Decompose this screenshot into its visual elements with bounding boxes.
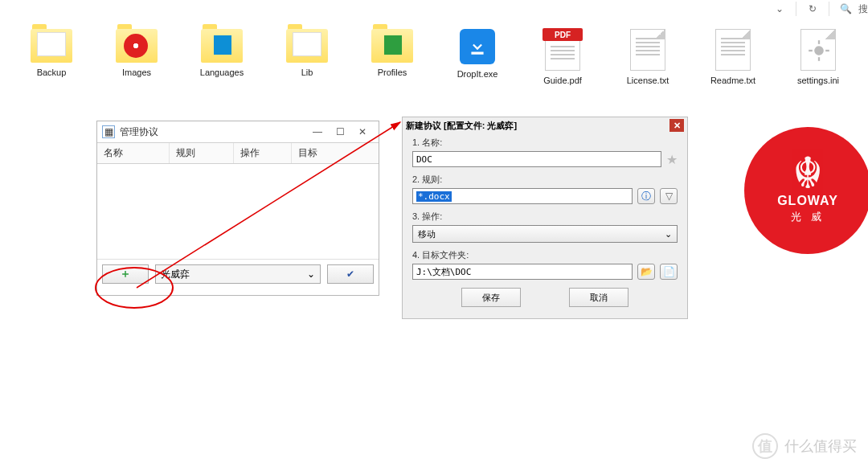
folder-icon bbox=[371, 29, 413, 63]
app-icon: ▦ bbox=[102, 125, 115, 138]
check-icon: ✔ bbox=[346, 268, 354, 280]
chevron-down-icon: ⌄ bbox=[665, 229, 672, 240]
col-rule[interactable]: 规则 bbox=[170, 143, 234, 163]
col-action[interactable]: 操作 bbox=[234, 143, 292, 163]
document-icon: 📄 bbox=[663, 266, 675, 277]
file-readme-txt[interactable]: Readme.txt bbox=[706, 29, 760, 85]
watermark-icon: 值 bbox=[752, 433, 778, 459]
folder-icon bbox=[201, 29, 243, 63]
browse-button[interactable]: 📂 bbox=[637, 264, 655, 280]
recent-button[interactable]: 📄 bbox=[660, 264, 678, 280]
search-label: 搜 bbox=[858, 2, 868, 16]
item-label: Languages bbox=[200, 68, 244, 77]
explorer-top-bar: ⌄ ↻ 🔍 搜 bbox=[770, 0, 868, 18]
chevron-down-icon[interactable]: ⌄ bbox=[770, 1, 789, 17]
pdf-badge: PDF bbox=[542, 28, 583, 41]
target-input[interactable]: J:\文档\DOC bbox=[412, 264, 633, 280]
label-target: 4. 目标文件夹: bbox=[412, 249, 678, 261]
item-label: Profiles bbox=[378, 68, 407, 77]
item-label: Backup bbox=[37, 68, 67, 77]
item-label: Guide.pdf bbox=[543, 76, 582, 85]
titlebar[interactable]: 新建协议 [配置文件: 光威弈] ✕ bbox=[403, 117, 687, 133]
dialog-footer: ＋ 光威弈 ⌄ ✔ bbox=[97, 259, 379, 289]
folder-backup[interactable]: Backup bbox=[24, 29, 79, 85]
label-action: 3. 操作: bbox=[412, 211, 678, 223]
new-rule-dialog: 新建协议 [配置文件: 光威弈] ✕ 1. 名称: DOC ★ 2. 规则: *… bbox=[402, 117, 688, 319]
file-grid: Backup Images Languages Lib Profiles Dro… bbox=[24, 29, 845, 85]
watermark-text: 什么值得买 bbox=[784, 436, 857, 456]
confirm-button[interactable]: ✔ bbox=[327, 264, 374, 284]
chevron-down-icon: ⌄ bbox=[307, 268, 315, 280]
folder-icon bbox=[116, 29, 158, 63]
file-dropit-exe[interactable]: DropIt.exe bbox=[450, 29, 505, 85]
search-icon[interactable]: 🔍 bbox=[836, 1, 855, 17]
item-label: License.txt bbox=[627, 76, 669, 85]
item-label: Lib bbox=[301, 68, 313, 77]
item-label: Images bbox=[122, 68, 151, 77]
name-input[interactable]: DOC bbox=[412, 151, 661, 167]
funnel-icon: ▽ bbox=[665, 190, 673, 202]
add-button[interactable]: ＋ bbox=[102, 264, 149, 284]
svg-rect-4 bbox=[809, 50, 813, 51]
label-name: 1. 名称: bbox=[412, 137, 678, 149]
info-button[interactable]: ⓘ bbox=[637, 188, 655, 204]
maximize-button[interactable]: ☐ bbox=[329, 124, 351, 140]
item-label: settings.ini bbox=[797, 76, 839, 85]
watermark: 值 什么值得买 bbox=[752, 433, 857, 459]
exe-icon bbox=[460, 29, 495, 64]
folder-languages[interactable]: Languages bbox=[194, 29, 249, 85]
refresh-icon[interactable]: ↻ bbox=[803, 1, 822, 17]
table-body[interactable] bbox=[97, 164, 379, 259]
profile-selected: 光威弈 bbox=[161, 268, 190, 281]
txt-icon bbox=[630, 29, 665, 71]
svg-rect-2 bbox=[818, 40, 820, 44]
brand-cn: 光 威 bbox=[791, 210, 825, 224]
item-label: Readme.txt bbox=[710, 76, 755, 85]
folder-icon bbox=[31, 29, 72, 63]
plus-icon: ＋ bbox=[120, 267, 131, 281]
cancel-button[interactable]: 取消 bbox=[569, 288, 628, 307]
brand-badge: ☬ GLOWAY 光 威 bbox=[744, 127, 868, 254]
profile-select[interactable]: 光威弈 ⌄ bbox=[155, 264, 321, 284]
close-button[interactable]: ✕ bbox=[351, 124, 374, 140]
save-button[interactable]: 保存 bbox=[461, 288, 521, 307]
pdf-icon: PDF bbox=[545, 29, 580, 71]
txt-icon bbox=[715, 29, 751, 71]
folder-lib[interactable]: Lib bbox=[280, 29, 334, 85]
decorative-graphic: ☬ bbox=[792, 157, 823, 189]
folder-images[interactable]: Images bbox=[109, 29, 164, 85]
titlebar[interactable]: ▦ 管理协议 — ☐ ✕ bbox=[97, 121, 379, 142]
rule-input[interactable]: *.docx bbox=[412, 188, 633, 204]
col-name[interactable]: 名称 bbox=[97, 143, 170, 163]
label-rule: 2. 规则: bbox=[412, 174, 678, 186]
file-guide-pdf[interactable]: PDF Guide.pdf bbox=[535, 29, 590, 85]
close-button[interactable]: ✕ bbox=[669, 119, 684, 132]
file-settings-ini[interactable]: settings.ini bbox=[791, 29, 845, 85]
file-license-txt[interactable]: License.txt bbox=[620, 29, 675, 85]
svg-rect-5 bbox=[825, 50, 829, 51]
action-select[interactable]: 移动 ⌄ bbox=[412, 225, 678, 243]
svg-rect-3 bbox=[818, 57, 820, 61]
filter-button[interactable]: ▽ bbox=[660, 188, 678, 204]
folder-profiles[interactable]: Profiles bbox=[365, 29, 420, 85]
table-header: 名称 规则 操作 目标 bbox=[97, 142, 379, 164]
svg-rect-0 bbox=[471, 52, 483, 55]
action-selected: 移动 bbox=[418, 228, 436, 240]
dialog-title: 新建协议 [配置文件: 光威弈] bbox=[406, 120, 517, 132]
favorite-icon[interactable]: ★ bbox=[666, 152, 678, 167]
dialog-title: 管理协议 bbox=[120, 125, 158, 139]
minimize-button[interactable]: — bbox=[306, 124, 329, 140]
col-target[interactable]: 目标 bbox=[292, 143, 379, 163]
manage-assoc-dialog: ▦ 管理协议 — ☐ ✕ 名称 规则 操作 目标 ＋ 光威弈 ⌄ ✔ bbox=[96, 121, 379, 296]
folder-icon bbox=[286, 29, 328, 63]
folder-open-icon: 📂 bbox=[641, 266, 653, 277]
svg-point-1 bbox=[814, 46, 824, 55]
ini-icon bbox=[800, 29, 836, 71]
info-icon: ⓘ bbox=[641, 190, 651, 203]
item-label: DropIt.exe bbox=[457, 69, 498, 79]
